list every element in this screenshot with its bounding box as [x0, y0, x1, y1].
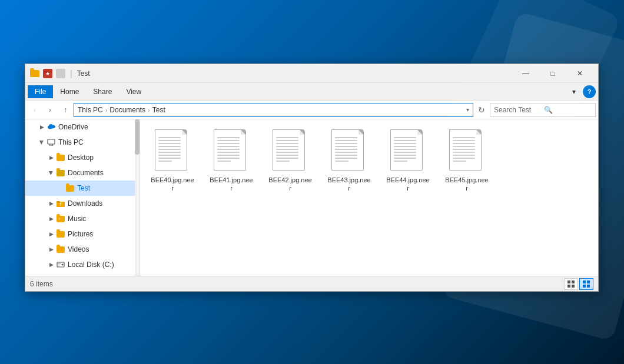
maximize-button[interactable]: □ — [539, 64, 566, 83]
svg-rect-13 — [572, 285, 575, 288]
file-thumbnail — [273, 129, 308, 173]
file-name: BEE41.jpg.neer — [209, 176, 254, 193]
path-this-pc[interactable]: This PC — [78, 106, 103, 114]
menu-file[interactable]: File — [28, 85, 53, 98]
file-name: BEE44.jpg.neer — [386, 176, 430, 193]
grid-view-icon — [567, 280, 575, 288]
status-item-count: 6 items — [30, 280, 53, 288]
title-separator: | — [70, 69, 72, 78]
sidebar-item-videos[interactable]: ▶ Videos — [25, 242, 140, 257]
doc-page-icon — [155, 129, 187, 171]
file-thumbnail — [449, 129, 484, 173]
title-folder-icon — [30, 69, 39, 78]
sidebar-item-downloads[interactable]: ▶ Downloads — [25, 196, 140, 211]
svg-rect-9 — [58, 265, 60, 265]
expand-localdisk-icon: ▶ — [47, 260, 56, 269]
file-item[interactable]: BEE45.jpg.neer — [440, 125, 493, 197]
search-box[interactable]: Search Test 🔍 — [490, 103, 596, 117]
sidebar-thispc-label: This PC — [58, 138, 84, 146]
sidebar-music-label: Music — [68, 215, 86, 223]
expand-test-icon — [56, 183, 65, 193]
sidebar-documents-label: Documents — [68, 169, 104, 177]
menu-view[interactable]: View — [119, 85, 148, 98]
file-item[interactable]: BEE44.jpg.neer — [381, 125, 434, 197]
close-button[interactable]: ✕ — [566, 64, 593, 83]
test-folder-icon — [65, 183, 75, 193]
minimize-button[interactable]: — — [512, 64, 539, 83]
sidebar-item-documents[interactable]: ▶ Documents — [25, 165, 140, 181]
sidebar-item-desktop[interactable]: ▶ Desktop — [25, 150, 140, 165]
file-name: BEE42.jpg.neer — [268, 176, 313, 193]
sidebar-item-test[interactable]: Test — [25, 181, 140, 196]
sidebar-item-thispc[interactable]: ▶ This PC — [25, 135, 140, 150]
path-dropdown-icon[interactable]: ▾ — [466, 106, 469, 113]
refresh-button[interactable]: ↻ — [474, 103, 489, 117]
svg-rect-15 — [587, 280, 590, 283]
onedrive-icon — [47, 122, 56, 132]
svg-rect-5 — [57, 201, 60, 203]
computer-icon — [47, 138, 56, 147]
file-thumbnail — [155, 129, 190, 173]
sidebar-onedrive-label: OneDrive — [58, 123, 88, 131]
view-largeicon-button[interactable] — [579, 278, 593, 290]
view-grid-button[interactable] — [564, 278, 578, 290]
file-name: BEE40.jpg.neer — [150, 176, 195, 193]
doc-lines — [158, 137, 181, 163]
svg-rect-14 — [583, 280, 586, 283]
sidebar-item-music[interactable]: ▶ ♪ Music — [25, 211, 140, 226]
address-bar: ‹ › ↑ This PC › Documents › Test ▾ ↻ Sea… — [25, 101, 598, 119]
sidebar: ▶ OneDrive ▶ — [25, 119, 140, 276]
sidebar-pictures-label: Pictures — [68, 230, 93, 238]
menu-expand-btn[interactable]: ▾ — [565, 85, 583, 98]
sidebar-item-localdisk[interactable]: ▶ Local Disk (C:) — [25, 257, 140, 272]
doc-page-icon — [449, 129, 482, 171]
file-item[interactable]: BEE40.jpg.neer — [146, 125, 199, 197]
videos-folder-icon — [56, 245, 65, 254]
file-thumbnail — [214, 129, 249, 173]
file-item[interactable]: BEE42.jpg.neer — [264, 125, 317, 197]
music-folder-icon: ♪ — [56, 214, 65, 223]
explorer-window: ★ | Test — □ ✕ File Home Share View ▾ ? … — [25, 64, 599, 292]
menu-home[interactable]: Home — [53, 85, 86, 98]
pictures-folder-icon — [56, 229, 65, 239]
path-sep-1: › — [105, 106, 108, 113]
sidebar-item-pictures[interactable]: ▶ Pictures — [25, 226, 140, 242]
disk-icon — [56, 260, 65, 269]
doc-lines — [217, 137, 240, 163]
largeicon-view-icon — [582, 280, 590, 288]
file-item[interactable]: BEE41.jpg.neer — [205, 125, 258, 197]
help-button[interactable]: ? — [583, 85, 596, 98]
sidebar-item-onedrive[interactable]: ▶ OneDrive — [25, 119, 140, 135]
title-bar: ★ | Test — □ ✕ — [25, 64, 598, 83]
up-button[interactable]: ↑ — [58, 103, 72, 117]
menu-bar: File Home Share View ▾ ? — [25, 83, 598, 101]
expand-music-icon: ▶ — [47, 214, 56, 223]
file-item[interactable]: BEE43.jpg.neer — [323, 125, 376, 197]
expand-downloads-icon: ▶ — [47, 199, 56, 208]
path-test[interactable]: Test — [152, 106, 165, 114]
view-buttons — [564, 278, 593, 290]
sidebar-localdisk-label: Local Disk (C:) — [68, 261, 114, 269]
content-area: ▶ OneDrive ▶ — [25, 119, 598, 276]
file-view: BEE40.jpg.neer BEE41.jpg.neer BEE42.jpg.… — [140, 119, 598, 276]
status-bar: 6 items — [25, 276, 598, 291]
address-path[interactable]: This PC › Documents › Test ▾ — [74, 103, 473, 117]
back-button[interactable]: ‹ — [28, 103, 42, 117]
path-documents[interactable]: Documents — [109, 106, 145, 114]
doc-page-icon — [390, 129, 423, 171]
doc-lines — [394, 137, 416, 163]
path-sep-2: › — [148, 106, 150, 113]
svg-rect-10 — [567, 280, 570, 283]
menu-share[interactable]: Share — [86, 85, 119, 98]
sidebar-desktop-label: Desktop — [68, 153, 94, 162]
desktop-folder-icon — [56, 153, 65, 162]
svg-rect-8 — [58, 263, 61, 264]
forward-button[interactable]: › — [43, 103, 57, 117]
file-name: BEE43.jpg.neer — [327, 176, 371, 193]
window-title: Test — [77, 69, 512, 78]
search-icon[interactable]: 🔍 — [544, 106, 592, 114]
quick-access-icon: ★ — [43, 69, 52, 78]
sidebar-downloads-label: Downloads — [68, 199, 102, 208]
documents-folder-icon — [56, 168, 65, 178]
window-controls: — □ ✕ — [512, 64, 593, 83]
